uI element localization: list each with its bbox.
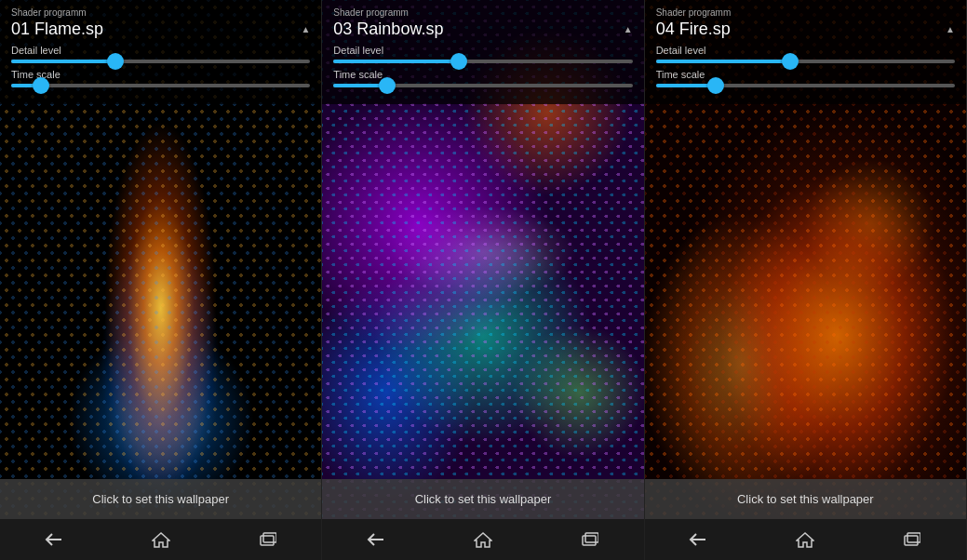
svg-rect-11 — [907, 533, 920, 542]
svg-marker-1 — [153, 533, 169, 547]
fire-controls: Shader programm 04 Fire.sp ▲ Detail leve… — [645, 0, 966, 104]
shader-name-rainbow[interactable]: 03 Rainbow.sp ▲ — [333, 20, 632, 39]
wallpaper-area-flame — [0, 104, 321, 479]
shader-label-rainbow: Shader programm — [333, 7, 632, 18]
flame-controls: Shader programm 01 Flame.sp ▲ Detail lev… — [0, 0, 321, 104]
svg-marker-5 — [475, 533, 491, 547]
detail-thumb-rainbow[interactable] — [450, 53, 467, 70]
rainbow-controls: Shader programm 03 Rainbow.sp ▲ Detail l… — [322, 0, 643, 104]
detail-control-rainbow: Detail level — [333, 45, 632, 63]
detail-fill-rainbow — [333, 60, 459, 63]
recents-icon-rainbow[interactable] — [573, 527, 607, 553]
dropdown-arrow-rainbow: ▲ — [624, 24, 633, 34]
recents-icon-fire[interactable] — [895, 527, 929, 553]
svg-rect-2 — [261, 536, 274, 545]
time-label-fire: Time scale — [656, 69, 955, 80]
back-icon-rainbow[interactable] — [359, 527, 393, 553]
set-wallpaper-btn-rainbow[interactable]: Click to set this wallpaper — [322, 479, 643, 519]
detail-fill-flame — [11, 60, 115, 63]
svg-rect-3 — [263, 533, 276, 542]
time-thumb-rainbow[interactable] — [379, 77, 396, 94]
svg-marker-9 — [797, 533, 813, 547]
time-slider-flame[interactable] — [11, 84, 310, 87]
svg-rect-6 — [583, 536, 596, 545]
detail-thumb-fire[interactable] — [782, 53, 799, 70]
detail-fill-fire — [656, 60, 791, 63]
nav-bar-fire — [645, 519, 966, 560]
panel-flame: Shader programm 01 Flame.sp ▲ Detail lev… — [0, 0, 322, 560]
dropdown-arrow-flame: ▲ — [301, 24, 310, 34]
time-label-rainbow: Time scale — [333, 69, 632, 80]
time-slider-fire[interactable] — [656, 84, 955, 87]
svg-rect-10 — [905, 536, 918, 545]
wallpaper-area-rainbow — [322, 104, 643, 479]
set-wallpaper-btn-fire[interactable]: Click to set this wallpaper — [645, 479, 966, 519]
time-thumb-flame[interactable] — [33, 77, 49, 94]
time-slider-rainbow[interactable] — [333, 84, 632, 87]
recents-icon-flame[interactable] — [251, 527, 285, 553]
svg-rect-7 — [585, 533, 598, 542]
detail-label-rainbow: Detail level — [333, 45, 632, 56]
time-label-flame: Time scale — [11, 69, 310, 80]
detail-label-flame: Detail level — [11, 45, 310, 56]
detail-slider-flame[interactable] — [11, 60, 310, 63]
shader-name-fire[interactable]: 04 Fire.sp ▲ — [656, 20, 955, 39]
detail-slider-fire[interactable] — [656, 60, 955, 63]
time-control-rainbow: Time scale — [333, 69, 632, 87]
back-icon-fire[interactable] — [681, 527, 715, 553]
shader-label-flame: Shader programm — [11, 7, 310, 18]
nav-bar-flame — [0, 519, 321, 560]
shader-name-flame[interactable]: 01 Flame.sp ▲ — [11, 20, 310, 39]
time-control-fire: Time scale — [656, 69, 955, 87]
time-thumb-fire[interactable] — [707, 77, 724, 94]
dropdown-arrow-fire: ▲ — [946, 24, 955, 34]
time-control-flame: Time scale — [11, 69, 310, 87]
detail-thumb-flame[interactable] — [107, 53, 124, 70]
panel-rainbow: Shader programm 03 Rainbow.sp ▲ Detail l… — [322, 0, 644, 560]
home-icon-rainbow[interactable] — [466, 527, 500, 553]
back-icon-flame[interactable] — [37, 527, 71, 553]
detail-label-fire: Detail level — [656, 45, 955, 56]
shader-label-fire: Shader programm — [656, 7, 955, 18]
home-icon-flame[interactable] — [144, 527, 178, 553]
nav-bar-rainbow — [322, 519, 643, 560]
detail-control-fire: Detail level — [656, 45, 955, 63]
detail-control-flame: Detail level — [11, 45, 310, 63]
set-wallpaper-btn-flame[interactable]: Click to set this wallpaper — [0, 479, 321, 519]
wallpaper-area-fire — [645, 104, 966, 479]
detail-slider-rainbow[interactable] — [333, 60, 632, 63]
home-icon-fire[interactable] — [788, 527, 822, 553]
panel-fire: Shader programm 04 Fire.sp ▲ Detail leve… — [645, 0, 967, 560]
